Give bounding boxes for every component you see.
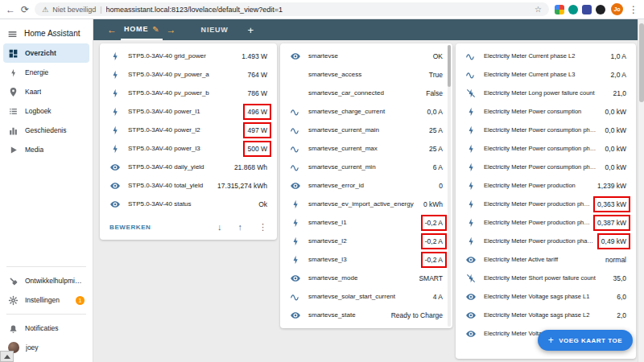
entity-row[interactable]: smartevse_l1-0,2 A [280,213,452,232]
entity-row[interactable]: Electricity Meter Voltage sags phase L22… [456,306,636,324]
entity-row[interactable]: Electricity Meter Active tariffnormal [456,250,636,269]
entity-name: smartevse_mode [308,274,411,282]
entity-row[interactable]: smartevse_current_main25 A [280,121,452,139]
flash-icon [109,69,121,80]
sidebar-item-media[interactable]: Media [3,140,89,159]
entity-value: 21,0 [613,89,626,97]
entity-row[interactable]: Electricity Meter Power consumption phas… [456,121,636,139]
entity-row[interactable]: smartevse_error_id0 [280,176,452,195]
address-bar[interactable]: ⚠ Niet beveiligd | homeassistant.local:8… [35,2,549,16]
entity-row[interactable]: STP5.0-3AV-40 power_l2497 W [100,121,277,139]
browser-menu-icon[interactable]: ⋮ [629,5,638,14]
entity-row[interactable]: Electricity Meter Current phase L32,0 A [456,65,636,84]
entity-row[interactable]: STP5.0-3AV-40 daily_yield21.868 Wh [100,158,277,176]
entity-name: Electricity Meter Power production phase… [484,200,590,208]
security-label[interactable]: Niet beveiligd [52,6,96,14]
entity-row[interactable]: smartevse_modeSMART [280,269,452,287]
entity-row[interactable]: smartevse_charge_current0,0 A [280,102,452,121]
flash-icon [290,254,301,265]
tab-nieuw[interactable]: NIEUW [198,26,232,34]
entity-value: 1,0 A [611,52,626,60]
entity-row[interactable]: Electricity Meter Power production phase… [456,195,636,213]
entity-row[interactable]: Electricity Meter Current phase L21,0 A [456,47,636,65]
browser-profile-avatar[interactable]: Jo [611,3,623,15]
entity-value: 0,0 A [427,108,443,116]
entity-row[interactable]: smartevse_car_connectedFalse [280,84,452,102]
entity-row[interactable]: STP5.0-3AV-40 pv_power_a764 W [100,65,277,84]
add-card-button[interactable]: + VOEG KAART TOE [538,330,633,351]
entity-row[interactable]: smartevse_l3-0,2 A [280,250,452,269]
entity-row[interactable]: smartevse_solar_start_current4 A [280,287,452,306]
entity-name: Electricity Meter Voltage sags phase L1 [484,293,609,300]
entity-row[interactable]: STP5.0-3AV-40 total_yield17.315,274 kWh [100,176,277,195]
move-view-left-icon[interactable]: ← [103,24,121,35]
sidebar-item-label: Ontwikkelhulpmiddelen [25,277,85,285]
entity-row[interactable]: STP5.0-3AV-40 grid_power1.493 W [100,47,277,65]
entity-row[interactable]: smartevse_accessTrue [280,65,452,84]
entity-row[interactable]: Electricity Meter Power consumption phas… [456,158,636,176]
sidebar-item-overzicht[interactable]: Overzicht [3,43,89,63]
entity-value: True [429,71,443,79]
extension-icon[interactable] [568,5,578,14]
scroll-up-button[interactable] [0,351,14,362]
sidebar-spacer [0,159,93,262]
back-icon[interactable]: ← [6,5,15,14]
entity-row[interactable]: STP5.0-3AV-40 power_l3500 W [100,139,277,158]
extension-icon[interactable] [555,5,564,14]
entity-row[interactable]: smartevse_current_max25 A [280,139,452,158]
bookmark-star-icon[interactable]: ☆ [535,5,542,14]
add-view-icon[interactable]: + [245,24,258,36]
scrollbar-thumb[interactable] [448,45,451,87]
edit-view-pencil-icon[interactable]: ✎ [152,25,159,34]
entity-row[interactable]: STP5.0-3AV-40 pv_power_b786 W [100,84,277,102]
tab-home[interactable]: HOME ✎ [121,19,163,40]
add-card-label: VOEG KAART TOE [559,337,622,344]
sidebar-user-items: Notificatiesjoey [0,319,93,357]
entity-row[interactable]: smartevse_ev_import_active_energy0 kWh [280,195,452,213]
entity-row[interactable]: smartevse_current_min6 A [280,158,452,176]
entity-row[interactable]: smartevseOK [280,47,452,65]
sidebar-item-instellingen[interactable]: Instellingen1 [3,290,89,310]
view-dashboard-icon [8,48,19,59]
refresh-icon[interactable]: ⟳ [21,5,29,14]
entity-row[interactable]: Electricity Meter Power production phase… [456,213,636,232]
card-options-icon[interactable]: ⋮ [258,222,267,232]
sidebar-item-logboek[interactable]: Logboek [3,101,89,121]
sidebar-item-joey[interactable]: joey [3,338,89,357]
move-card-down-icon[interactable]: ↓ [217,222,222,232]
entity-row[interactable]: smartevse_l2-0,2 A [280,232,452,250]
sidebar-item-kaart[interactable]: Kaart [3,82,89,101]
scrollbar-thumb[interactable] [639,23,644,102]
entity-row[interactable]: Electricity Meter Short power failure co… [456,269,636,287]
entity-row[interactable]: Electricity Meter Power consumption phas… [456,139,636,158]
entity-row[interactable]: STP5.0-3AV-40 statusOk [100,195,277,213]
entity-row[interactable]: STP5.0-3AV-40 power_l1496 W [100,102,277,121]
entity-name: smartevse_current_main [308,126,422,134]
entity-row[interactable]: Electricity Meter Power consumption0,0 k… [456,102,636,121]
entity-name: STP5.0-3AV-40 power_l2 [128,126,240,134]
extension-icon[interactable] [596,5,605,14]
entity-row[interactable]: smartevse_stateReady to Charge [280,306,452,324]
tab-home-label: HOME [124,25,148,33]
entity-row[interactable]: Electricity Meter Long power failure cou… [456,84,636,102]
window-scrollbar[interactable] [638,19,644,362]
move-card-up-icon[interactable]: ↑ [238,222,243,232]
card-scrollbar[interactable] [448,45,451,327]
move-view-right-icon[interactable]: → [163,24,180,35]
sidebar-item-energie[interactable]: Energie [3,63,89,82]
menu-icon[interactable] [7,28,18,39]
sidebar-item-geschiedenis[interactable]: Geschiedenis [3,121,89,140]
sidebar-item-notificaties[interactable]: Notificaties [3,319,89,338]
edit-card-button[interactable]: BEWERKEN [109,224,151,231]
entity-value: 6,0 [617,293,626,301]
entity-value: 35,0 [613,274,626,282]
sidebar-item-ontwikkelhulpmiddelen[interactable]: Ontwikkelhulpmiddelen [3,271,89,290]
entity-row[interactable]: Electricity Meter Power production phase… [456,232,636,250]
gear-icon [8,295,19,306]
entity-row[interactable]: Electricity Meter Power production1,239 … [456,176,636,195]
entity-row[interactable]: Electricity Meter Voltage sags phase L16… [456,287,636,306]
entities-card-electricity-meter: Electricity Meter Current phase L21,0 AE… [456,43,636,359]
entity-value: 0 [439,182,443,190]
entity-value: 764 W [247,71,267,79]
extension-icon[interactable] [582,5,592,14]
